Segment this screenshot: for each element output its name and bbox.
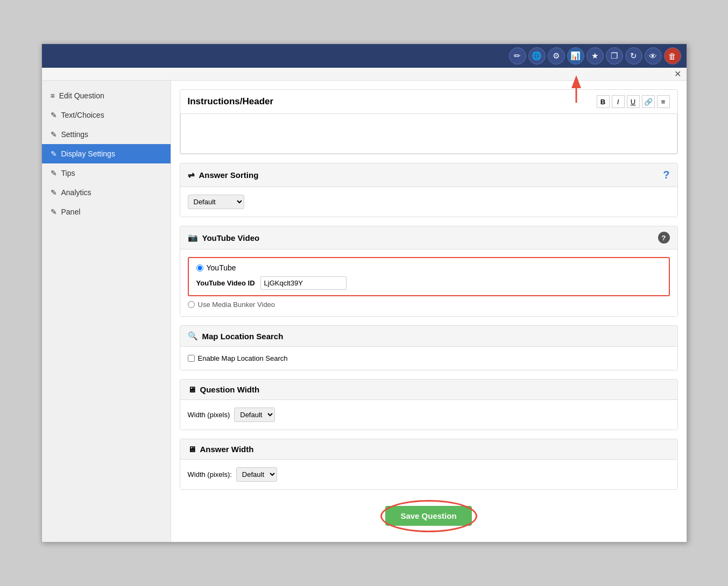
instructions-title: Instructions/Header <box>188 96 274 107</box>
instructions-text-wrapper <box>180 114 677 154</box>
star-icon[interactable]: ★ <box>586 47 604 65</box>
map-location-checkbox[interactable] <box>188 355 195 362</box>
edit-question-icon: ≡ <box>51 91 55 100</box>
youtube-video-header: 📷 YouTube Video ? <box>180 226 677 249</box>
italic-button[interactable]: I <box>612 95 625 108</box>
answer-sorting-select[interactable]: Default Random Alphabetical <box>188 195 244 209</box>
youtube-radio-row: YouTube <box>196 263 661 272</box>
answer-width-section: 🖥 Answer Width Width (pixels): Default 1… <box>180 439 678 490</box>
instructions-header: Instructions/Header B I U 🔗 ≡ <box>180 90 677 114</box>
top-toolbar: ✏ 🌐 ⚙ 📊 ★ ❐ ↻ 👁 🗑 <box>42 44 687 68</box>
save-question-button[interactable]: Save Question <box>385 506 471 526</box>
analytics-icon: ✎ <box>51 188 57 197</box>
youtube-id-label: YouTube Video ID <box>196 279 255 287</box>
youtube-id-row: YouTube Video ID <box>196 276 661 290</box>
gear-icon[interactable]: ⚙ <box>548 47 565 65</box>
map-checkbox-row: Enable Map Location Search <box>188 354 670 362</box>
italic-label: I <box>617 98 619 106</box>
eye-icon[interactable]: 👁 <box>645 47 662 65</box>
pencil-icon[interactable]: ✏ <box>509 47 526 65</box>
sidebar-item-text-choices[interactable]: ✎ Text/Choices <box>42 105 171 125</box>
rich-text-toolbar: B I U 🔗 ≡ <box>597 95 670 108</box>
map-location-title: Map Location Search <box>202 332 284 341</box>
globe-icon[interactable]: 🌐 <box>528 47 546 65</box>
question-width-label: Width (pixels) <box>188 411 230 419</box>
answer-sorting-title: Answer Sorting <box>199 170 259 180</box>
map-search-icon: 🔍 <box>188 331 198 341</box>
main-layout: ≡ Edit Question ✎ Text/Choices ✎ Setting… <box>42 81 687 542</box>
trash-icon[interactable]: 🗑 <box>664 47 681 65</box>
answer-width-monitor-icon: 🖥 <box>188 445 196 454</box>
underline-button[interactable]: U <box>627 95 640 108</box>
map-location-body: Enable Map Location Search <box>180 347 677 370</box>
sidebar-item-label: Settings <box>61 130 89 139</box>
bold-label: B <box>600 98 605 106</box>
align-button[interactable]: ≡ <box>657 95 670 108</box>
sidebar-item-panel[interactable]: ✎ Panel <box>42 202 171 221</box>
content-area: Instructions/Header B I U 🔗 ≡ <box>171 81 687 542</box>
map-location-header: 🔍 Map Location Search <box>180 326 677 347</box>
youtube-id-input[interactable] <box>260 276 347 290</box>
media-bunker-label: Use Media Bunker Video <box>198 301 275 309</box>
sidebar-item-label: Display Settings <box>61 149 115 158</box>
map-checkbox-label: Enable Map Location Search <box>198 354 288 362</box>
sidebar-item-edit-question[interactable]: ≡ Edit Question <box>42 86 171 105</box>
answer-sorting-icon: ⇌ <box>188 170 195 180</box>
answer-sorting-header: ⇌ Answer Sorting ? <box>180 163 677 187</box>
youtube-header-left: 📷 YouTube Video <box>188 233 260 242</box>
sidebar-item-analytics[interactable]: ✎ Analytics <box>42 183 171 202</box>
answer-sorting-section: ⇌ Answer Sorting ? Default Random Alphab… <box>180 163 678 217</box>
instructions-section: Instructions/Header B I U 🔗 ≡ <box>180 89 678 154</box>
question-width-title: Question Width <box>200 385 260 394</box>
underline-label: U <box>631 98 635 106</box>
youtube-video-body: YouTube YouTube Video ID Use Media Bunke… <box>180 249 677 316</box>
answer-width-header: 🖥 Answer Width <box>180 439 677 460</box>
question-width-select[interactable]: Default 100 200 <box>234 408 275 422</box>
youtube-help-icon[interactable]: ? <box>658 232 670 244</box>
refresh-icon[interactable]: ↻ <box>625 47 642 65</box>
settings-icon: ✎ <box>51 130 57 139</box>
answer-width-body: Width (pixels): Default 100 200 <box>180 460 677 489</box>
media-bunker-row: Use Media Bunker Video <box>188 301 670 309</box>
youtube-title: YouTube Video <box>202 233 260 242</box>
map-location-section: 🔍 Map Location Search Enable Map Locatio… <box>180 325 678 370</box>
sidebar-item-label: Analytics <box>61 188 91 197</box>
save-button-wrapper: Save Question <box>180 498 678 533</box>
answer-sorting-body: Default Random Alphabetical <box>180 187 677 217</box>
sidebar-item-label: Edit Question <box>59 91 104 100</box>
link-button[interactable]: 🔗 <box>642 95 655 108</box>
instructions-textarea[interactable] <box>181 114 677 152</box>
youtube-highlight-box: YouTube YouTube Video ID <box>188 257 670 296</box>
answer-width-row: Width (pixels): Default 100 200 <box>188 467 670 482</box>
answer-width-header-left: 🖥 Answer Width <box>188 445 254 454</box>
sidebar-item-tips[interactable]: ✎ Tips <box>42 163 171 183</box>
youtube-radio[interactable] <box>196 265 203 271</box>
bold-button[interactable]: B <box>597 95 610 108</box>
chart-icon[interactable]: 📊 <box>567 47 584 65</box>
answer-width-label: Width (pixels): <box>188 470 232 478</box>
sidebar-item-display-settings[interactable]: ✎ Display Settings <box>42 144 171 163</box>
youtube-camera-icon: 📷 <box>188 233 198 242</box>
main-window: ✏ 🌐 ⚙ 📊 ★ ❐ ↻ 👁 🗑 ✕ ≡ Edit Question <box>41 44 687 542</box>
sidebar-item-label: Panel <box>61 208 81 216</box>
youtube-video-section: 📷 YouTube Video ? YouTube YouTube Video … <box>180 226 678 317</box>
display-settings-icon: ✎ <box>51 149 57 158</box>
sidebar-item-settings[interactable]: ✎ Settings <box>42 125 171 144</box>
answer-sorting-help-icon[interactable]: ? <box>663 169 669 181</box>
question-width-section: 🖥 Question Width Width (pixels) Default … <box>180 379 678 430</box>
answer-width-select[interactable]: Default 100 200 <box>236 467 277 482</box>
question-width-row: Width (pixels) Default 100 200 <box>188 408 670 422</box>
question-width-header: 🖥 Question Width <box>180 380 677 400</box>
youtube-radio-label: YouTube <box>207 263 236 272</box>
sidebar: ≡ Edit Question ✎ Text/Choices ✎ Setting… <box>42 81 171 542</box>
answer-width-title: Answer Width <box>200 445 254 454</box>
close-button[interactable]: ✕ <box>672 69 683 79</box>
copy-icon[interactable]: ❐ <box>606 47 623 65</box>
map-header-left: 🔍 Map Location Search <box>188 331 284 341</box>
question-width-monitor-icon: 🖥 <box>188 385 196 394</box>
panel-icon: ✎ <box>51 208 57 216</box>
answer-sorting-header-left: ⇌ Answer Sorting <box>188 170 259 180</box>
media-bunker-radio[interactable] <box>188 301 195 308</box>
question-width-header-left: 🖥 Question Width <box>188 385 260 394</box>
close-bar: ✕ <box>42 68 687 81</box>
